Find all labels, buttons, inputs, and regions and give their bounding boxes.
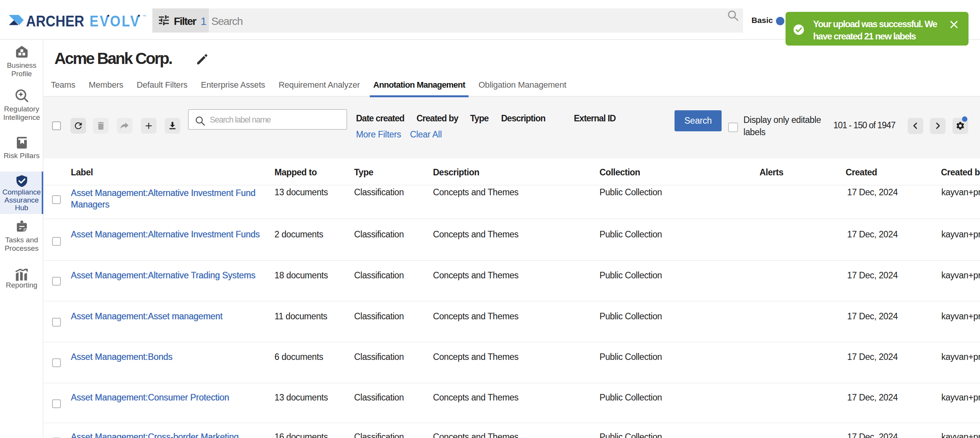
- svg-text:EVOLV: EVOLV: [90, 13, 140, 28]
- svg-text:ARCHER: ARCHER: [26, 13, 84, 28]
- svg-text:™: ™: [142, 14, 146, 18]
